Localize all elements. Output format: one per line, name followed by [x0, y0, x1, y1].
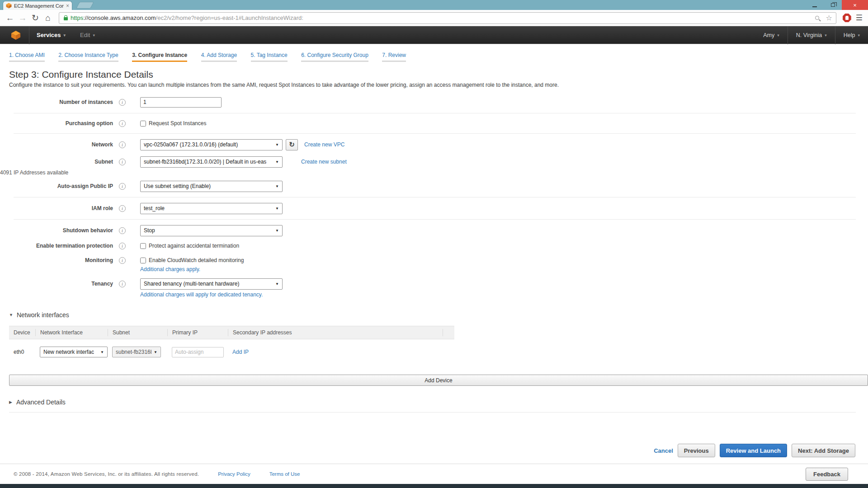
aws-navbar: Services ▾ Edit ▾ Amy ▾ N. Virginia ▾ He… [0, 26, 868, 44]
create-new-subnet-link[interactable]: Create new subnet [301, 159, 347, 165]
chevron-down-icon: ▾ [93, 33, 95, 38]
network-select-value: vpc-0250a067 (172.31.0.0/16) (default) [144, 141, 238, 148]
row-subnet-select[interactable]: subnet-fb2316b( ▼ [112, 347, 161, 357]
cloudwatch-monitoring-checkbox[interactable] [140, 258, 146, 263]
info-icon[interactable]: i [119, 281, 126, 287]
divider [14, 133, 856, 134]
auto-assign-public-ip-value: Use subnet setting (Enable) [144, 183, 211, 189]
user-menu[interactable]: Amy ▾ [755, 26, 788, 44]
url-path: /ec2/v2/home?region=us-east-1#LaunchInst… [156, 14, 816, 21]
window-minimize-button[interactable] [806, 0, 824, 10]
region-menu[interactable]: N. Virginia ▾ [788, 26, 835, 44]
forward-icon[interactable]: → [16, 13, 29, 23]
row-subnet-value: subnet-fb2316b( [116, 349, 151, 355]
add-device-button[interactable]: Add Device [9, 375, 868, 386]
step-tag-instance[interactable]: 5. Tag Instance [251, 52, 288, 62]
new-tab-button[interactable] [76, 2, 94, 9]
back-icon[interactable]: ← [4, 13, 16, 23]
refresh-icon[interactable]: ↻ [29, 13, 42, 23]
network-select[interactable]: vpc-0250a067 (172.31.0.0/16) (default) ▼ [140, 139, 283, 150]
device-name: eth0 [9, 349, 35, 355]
step-configure-security-group[interactable]: 6. Configure Security Group [301, 52, 368, 62]
row-number-of-instances: Number of instances i [0, 95, 868, 109]
search-icon[interactable] [815, 16, 819, 20]
additional-charges-link[interactable]: Additional charges apply. [140, 266, 200, 272]
col-end [443, 329, 450, 336]
network-label: Network [0, 141, 113, 148]
wizard-steps: 1. Choose AMI 2. Choose Instance Type 3.… [0, 44, 868, 62]
info-icon[interactable]: i [119, 205, 126, 212]
edit-label: Edit [80, 32, 90, 38]
step-choose-instance-type[interactable]: 2. Choose Instance Type [58, 52, 118, 62]
tab-close-icon[interactable]: × [66, 3, 69, 9]
col-device: Device [9, 329, 35, 336]
home-icon[interactable]: ⌂ [42, 13, 54, 23]
info-icon[interactable]: i [119, 183, 126, 190]
chevron-down-icon: ▾ [777, 33, 779, 38]
primary-ip-input[interactable] [172, 347, 224, 357]
refresh-vpc-button[interactable]: ↻ [286, 139, 298, 150]
feedback-button[interactable]: Feedback [806, 468, 848, 481]
row-iam-role: IAM role i test_role ▼ [0, 202, 868, 215]
request-spot-instances-checkbox[interactable] [140, 121, 146, 127]
cancel-link[interactable]: Cancel [654, 447, 673, 454]
bookmark-star-icon[interactable]: ☆ [826, 14, 832, 22]
step-review[interactable]: 7. Review [382, 52, 406, 62]
network-interface-select[interactable]: New network interfac ▼ [40, 347, 108, 357]
stop-hand-extension-icon[interactable] [843, 14, 851, 22]
subnet-select[interactable]: subnet-fb2316bd(172.31.0.0/20) | Default… [140, 156, 283, 168]
review-and-launch-button[interactable]: Review and Launch [720, 444, 787, 457]
step-configure-instance[interactable]: 3. Configure Instance [132, 52, 187, 62]
info-icon[interactable]: i [119, 257, 126, 264]
info-icon[interactable]: i [119, 243, 126, 249]
help-label: Help [844, 32, 855, 38]
subnet-select-value: subnet-fb2316bd(172.31.0.0/20) | Default… [144, 159, 266, 165]
services-menu[interactable]: Services ▾ [29, 26, 73, 44]
terms-of-use-link[interactable]: Terms of Use [269, 471, 300, 477]
info-icon[interactable]: i [119, 141, 126, 148]
browser-menu-icon[interactable]: ☰ [856, 13, 863, 23]
create-new-vpc-link[interactable]: Create new VPC [304, 141, 344, 148]
tenancy-select[interactable]: Shared tenancy (multi-tenant hardware) ▼ [140, 278, 283, 290]
help-menu[interactable]: Help ▾ [835, 26, 868, 44]
network-interfaces-section-header[interactable]: ▼ Network interfaces [9, 311, 868, 319]
user-name: Amy [763, 32, 774, 38]
step-choose-ami[interactable]: 1. Choose AMI [9, 52, 45, 62]
row-shutdown-behavior: Shutdown behavior i Stop ▼ [0, 224, 868, 237]
shutdown-behavior-select[interactable]: Stop ▼ [140, 225, 283, 236]
add-ip-link[interactable]: Add IP [232, 349, 249, 355]
divider [14, 113, 856, 113]
termination-protection-label: Enable termination protection [0, 243, 113, 249]
iam-role-select[interactable]: test_role ▼ [140, 203, 283, 214]
info-icon[interactable]: i [119, 227, 126, 234]
edit-menu[interactable]: Edit ▾ [73, 26, 102, 44]
info-icon[interactable]: i [119, 99, 126, 106]
privacy-policy-link[interactable]: Privacy Policy [218, 471, 250, 477]
info-icon[interactable]: i [119, 159, 126, 165]
page-footer: © 2008 - 2014, Amazon Web Services, Inc.… [0, 464, 868, 484]
window-restore-button[interactable] [824, 0, 842, 10]
tenancy-label: Tenancy [0, 281, 113, 287]
previous-button[interactable]: Previous [678, 444, 715, 457]
aws-logo[interactable] [0, 30, 29, 40]
services-label: Services [37, 32, 61, 38]
divider [14, 219, 856, 220]
browser-tab[interactable]: EC2 Management Console × [3, 1, 72, 10]
step-add-storage[interactable]: 4. Add Storage [201, 52, 237, 62]
row-network: Network i vpc-0250a067 (172.31.0.0/16) (… [0, 138, 868, 151]
tenancy-value: Shared tenancy (multi-tenant hardware) [144, 281, 239, 287]
next-add-storage-button[interactable]: Next: Add Storage [792, 444, 855, 457]
row-auto-assign-public-ip: Auto-assign Public IP i Use subnet setti… [0, 179, 868, 193]
window-close-button[interactable]: × [842, 0, 868, 10]
ip-addresses-available: 4091 IP Addresses available [0, 169, 868, 176]
number-of-instances-input[interactable] [140, 97, 222, 108]
shutdown-behavior-label: Shutdown behavior [0, 227, 113, 234]
tenancy-additional-charges-link[interactable]: Additional charges will apply for dedica… [140, 291, 263, 298]
wizard-actions: Cancel Previous Review and Launch Next: … [0, 444, 868, 464]
auto-assign-public-ip-select[interactable]: Use subnet setting (Enable) ▼ [140, 181, 283, 192]
advanced-details-section-header[interactable]: ▶ Advanced Details [9, 399, 868, 406]
info-icon[interactable]: i [119, 120, 126, 127]
termination-protection-checkbox[interactable] [140, 243, 146, 249]
url-bar[interactable]: https ://console.aws.amazon.com /ec2/v2/… [59, 12, 836, 24]
table-header-row: Device Network Interface Subnet Primary … [9, 326, 454, 339]
